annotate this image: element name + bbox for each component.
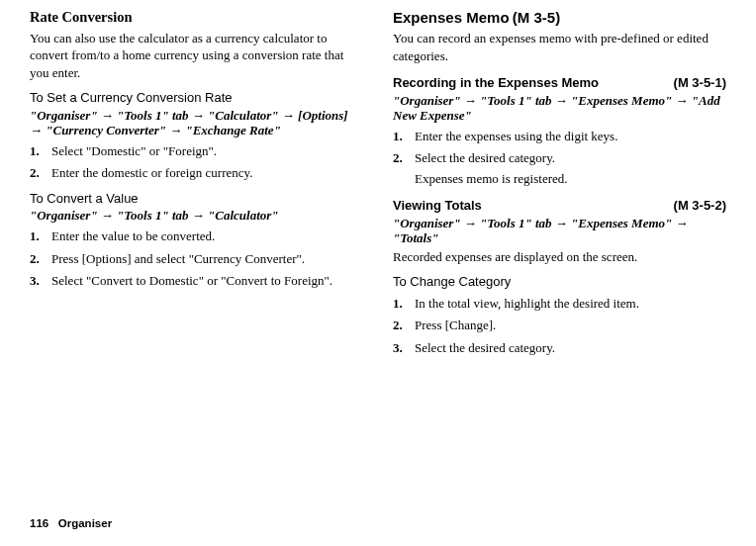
list-item: 2.Press [Change]. xyxy=(393,317,726,334)
convert-value-heading: To Convert a Value xyxy=(30,190,363,208)
recording-steps: 1.Enter the expenses using the digit key… xyxy=(393,128,726,167)
change-category-heading: To Change Category xyxy=(393,273,726,291)
step-text: Enter the value to be converted. xyxy=(51,228,215,243)
step-text: Press [Options] and select "Currency Con… xyxy=(51,251,305,266)
recording-heading-row: Recording in the Expenses Memo (M 3-5-1) xyxy=(393,74,726,92)
viewing-totals-heading: Viewing Totals xyxy=(393,197,482,215)
recording-mcode: (M 3-5-1) xyxy=(674,74,726,92)
left-column: Rate Conversion You can also use the cal… xyxy=(30,8,363,362)
recording-path: "Organiser" → "Tools 1" tab → "Expenses … xyxy=(393,94,726,124)
rate-conversion-intro: You can also use the calculator as a cur… xyxy=(30,30,363,82)
rate-conversion-title: Rate Conversion xyxy=(30,8,363,28)
step-text: Select "Domestic" or "Foreign". xyxy=(51,143,217,158)
change-category-steps: 1.In the total view, highlight the desir… xyxy=(393,295,726,357)
step-text: Select "Convert to Domestic" or "Convert… xyxy=(51,273,332,288)
list-item: 1.In the total view, highlight the desir… xyxy=(393,295,726,313)
step-text: Select the desired category. xyxy=(415,150,555,165)
step-text: Press [Change]. xyxy=(415,318,496,332)
expenses-memo-mcode: (M 3-5) xyxy=(513,9,560,26)
recording-heading: Recording in the Expenses Memo xyxy=(393,74,599,92)
convert-value-path: "Organiser" → "Tools 1" tab → "Calculato… xyxy=(30,209,363,224)
viewing-totals-path: "Organiser" → "Tools 1" tab → "Expenses … xyxy=(393,217,726,246)
set-rate-steps: 1.Select "Domestic" or "Foreign". 2.Ente… xyxy=(30,142,363,182)
step-text: Enter the expenses using the digit keys. xyxy=(415,129,617,143)
list-item: 1.Enter the value to be converted. xyxy=(30,228,363,245)
set-rate-heading: To Set a Currency Conversion Rate xyxy=(30,89,363,107)
expenses-memo-title: Expenses Memo xyxy=(393,9,510,26)
recording-note: Expenses memo is registered. xyxy=(393,170,726,188)
list-item: 1.Enter the expenses using the digit key… xyxy=(393,128,726,145)
list-item: 2.Press [Options] and select "Currency C… xyxy=(30,250,363,268)
step-text: Select the desired category. xyxy=(415,340,555,355)
set-rate-path: "Organiser" → "Tools 1" tab → "Calculato… xyxy=(30,109,363,138)
expenses-memo-heading-row: Expenses Memo (M 3-5) xyxy=(393,8,726,28)
step-text: Enter the domestic or foreign currency. xyxy=(51,165,252,180)
convert-value-steps: 1.Enter the value to be converted. 2.Pre… xyxy=(30,228,363,290)
viewing-totals-mcode: (M 3-5-2) xyxy=(674,197,726,215)
page-number: 116 xyxy=(30,517,48,529)
viewing-totals-heading-row: Viewing Totals (M 3-5-2) xyxy=(393,197,726,215)
right-column: Expenses Memo (M 3-5) You can record an … xyxy=(393,8,726,362)
page-footer: 116 Organiser xyxy=(30,516,112,532)
list-item: 2.Enter the domestic or foreign currency… xyxy=(30,164,363,182)
list-item: 3.Select the desired category. xyxy=(393,339,726,357)
list-item: 1.Select "Domestic" or "Foreign". xyxy=(30,142,363,160)
step-text: In the total view, highlight the desired… xyxy=(415,296,639,311)
expenses-memo-intro: You can record an expenses memo with pre… xyxy=(393,30,726,64)
footer-section: Organiser xyxy=(58,517,112,529)
viewing-totals-result: Recorded expenses are displayed on the s… xyxy=(393,248,726,266)
list-item: 2.Select the desired category. xyxy=(393,149,726,167)
list-item: 3.Select "Convert to Domestic" or "Conve… xyxy=(30,272,363,290)
